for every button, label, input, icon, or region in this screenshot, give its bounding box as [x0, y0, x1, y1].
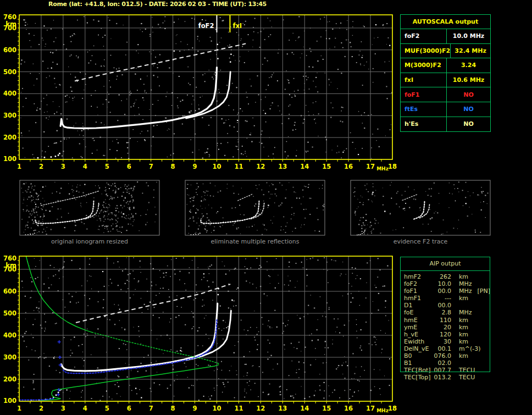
aip-row-TEC[Top]: TEC[Top]013.2TECU — [400, 374, 490, 381]
x-tick-label: 16 — [344, 405, 353, 412]
parameter-value: 007.7 — [431, 367, 451, 374]
aip-row-foF2: foF210.0MHz — [400, 280, 490, 287]
e-region-echo — [37, 153, 60, 159]
x-trace — [186, 72, 231, 119]
aip-row-ymE: ymE20km — [400, 324, 490, 331]
parameter-unit: MHz — [459, 280, 472, 287]
aip-row-hmF1: hmF1---km — [400, 295, 490, 302]
processing-panel-1 — [185, 180, 325, 235]
autoscala-output-table: AUTOSCALA output foF210.0 MHzMUF(3000)F2… — [400, 14, 491, 132]
x-tick-label: 6 — [127, 405, 131, 412]
hop-remnant — [402, 195, 417, 201]
autoscala-table-rows: foF210.0 MHzMUF(3000)F232.4 MHzM(3000)F2… — [401, 29, 490, 131]
x-tick-label: 12 — [256, 405, 265, 412]
parameter-value: 3.24 — [447, 58, 490, 73]
panel-border — [20, 180, 159, 235]
axis-ticks — [18, 261, 381, 403]
parameter-name: D1 — [400, 302, 431, 309]
autoscala-row-fxI: fxI10.6 MHz — [401, 73, 490, 88]
profile-topside-solid — [26, 256, 91, 332]
autoscala-row-MUF(3000)F2: MUF(3000)F232.4 MHz — [401, 44, 490, 59]
parameter-name: foF2 — [401, 29, 447, 43]
aip-output-table: AIP output hmF2262kmfoF210.0MHzfoF100.0M… — [400, 257, 490, 381]
parameter-value: 262 — [431, 273, 451, 280]
aip-row-DelN_vE: DelN_vE00.1m^(-3) — [400, 345, 490, 352]
y-axis-unit: km — [5, 262, 16, 269]
parameter-name: foF1 — [400, 287, 431, 295]
parameter-name: hmF2 — [400, 273, 431, 280]
y-tick-label: 400 — [3, 331, 16, 339]
x-trace — [251, 203, 264, 219]
y-tick-label: 200 — [3, 134, 16, 141]
ionogram-analysis-screen: Rome (lat: +41.8, lon: 012.5) - DATE: 20… — [0, 0, 532, 415]
autoscala-table-header: AUTOSCALA output — [401, 15, 490, 29]
parameter-value: 10.0 — [431, 280, 451, 287]
x-trace — [86, 203, 99, 219]
profile-topside-dotted — [92, 332, 219, 363]
x-tick-label: 18 — [388, 163, 397, 170]
y-tick-label: 500 — [3, 68, 16, 76]
parameter-value: NO — [447, 102, 490, 117]
parameter-name: fxI — [401, 73, 447, 87]
autoscala-row-h'Es: h'EsNO — [401, 117, 490, 132]
aip-row-Ewidth: Ewidth30km — [400, 338, 490, 345]
x-tick-label: 3 — [61, 163, 65, 170]
multiple-hop-trace — [76, 284, 230, 323]
parameter-value: 00.0 — [431, 302, 451, 309]
parameter-value: 20 — [431, 324, 451, 331]
y-axis-unit: km — [5, 20, 16, 28]
x-tick-label: 4 — [83, 405, 87, 412]
parameter-unit: km — [459, 338, 468, 345]
aip-table-header: AIP output — [400, 257, 490, 271]
parameter-name: foF2 — [400, 280, 431, 287]
parameter-value: 120 — [431, 331, 451, 338]
e-region-echo — [25, 233, 35, 235]
parameter-name: h'Es — [401, 117, 447, 132]
x-tick-label: 9 — [193, 163, 197, 170]
bottom-ionogram-plot: 760700600500400300200100km12345678910111… — [3, 254, 397, 413]
model-trace-marks — [57, 340, 62, 396]
parameter-value: 10.0 MHz — [447, 29, 490, 43]
y-tick-label: 300 — [3, 112, 16, 119]
parameter-name: foF1 — [401, 87, 447, 102]
parameter-name: MUF(3000)F2 — [401, 44, 451, 58]
aip-row-h_vE: h_vE120km — [400, 331, 490, 338]
parameter-unit: TECU — [459, 367, 475, 374]
parameter-name: TEC[Bot] — [400, 367, 431, 374]
autoscala-row-M(3000)F2: M(3000)F23.24 — [401, 58, 490, 73]
processing-panel-2 — [351, 180, 490, 235]
x-tick-label: 14 — [300, 163, 309, 170]
hop-remnant — [238, 194, 253, 201]
parameter-value: 02.0 — [431, 359, 451, 367]
x-tick-label: 2 — [39, 163, 43, 170]
parameter-name: Ewidth — [400, 338, 431, 345]
multiple-hop-trace — [75, 44, 246, 81]
parameter-value: 10.6 MHz — [447, 73, 490, 87]
x-tick-label: 10 — [212, 163, 221, 170]
top-ionogram-plot: 760700600500400300200100km12345678910111… — [3, 13, 397, 171]
parameter-name: B0 — [400, 352, 431, 359]
echo-spread — [218, 288, 233, 301]
x-tick-label: 2 — [39, 405, 43, 412]
parameter-unit: km — [459, 273, 468, 280]
x-tick-label: 17 — [366, 405, 375, 412]
x-tick-label: 3 — [61, 405, 65, 412]
marker-foF2: foF2 — [198, 15, 217, 32]
processing-panel-0 — [20, 180, 159, 235]
y-tick-label: 600 — [3, 46, 16, 54]
x-tick-label: 8 — [171, 405, 175, 412]
parameter-unit: km — [459, 352, 468, 359]
x-tick-label: 12 — [256, 163, 265, 170]
y-tick-label: 100 — [3, 155, 16, 163]
parameter-unit: km — [459, 317, 468, 324]
multiple-hop-trace — [41, 191, 99, 206]
echo-spread — [217, 44, 232, 63]
x-tick-label: 13 — [278, 163, 287, 170]
autoscala-row-foF2: foF210.0 MHz — [401, 29, 490, 44]
model-trace-e — [19, 398, 54, 400]
x-tick-label: 5 — [105, 163, 109, 170]
panel-caption-original: original ionogram resized — [20, 238, 159, 245]
x-tick-label: 11 — [234, 163, 243, 170]
x-tick-label: 7 — [149, 405, 153, 412]
x-tick-label: 5 — [105, 405, 109, 412]
